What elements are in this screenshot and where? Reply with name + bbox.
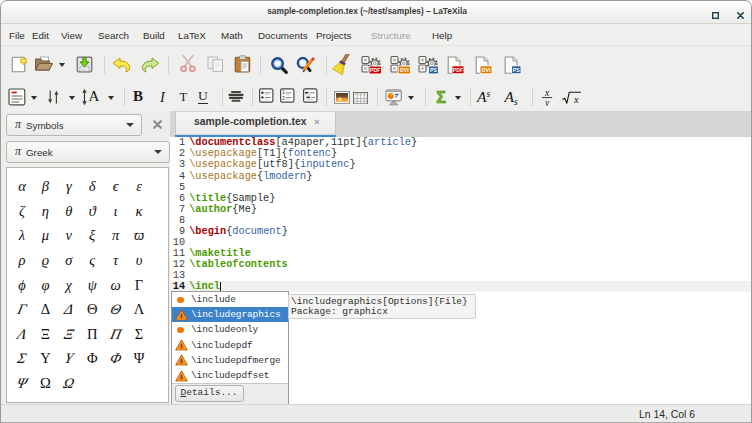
svg-text:DVI: DVI [399,67,408,73]
svg-text:PS: PS [512,66,519,72]
svg-text:DVI: DVI [482,66,491,72]
svg-text:y: y [544,97,550,105]
svg-text:PDF: PDF [370,67,380,73]
svg-text:x: x [573,93,579,104]
svg-text:PDF: PDF [453,66,463,72]
svg-text:2: 2 [282,95,285,101]
svg-text:Σ: Σ [436,89,446,106]
svg-text:PS: PS [430,67,437,73]
